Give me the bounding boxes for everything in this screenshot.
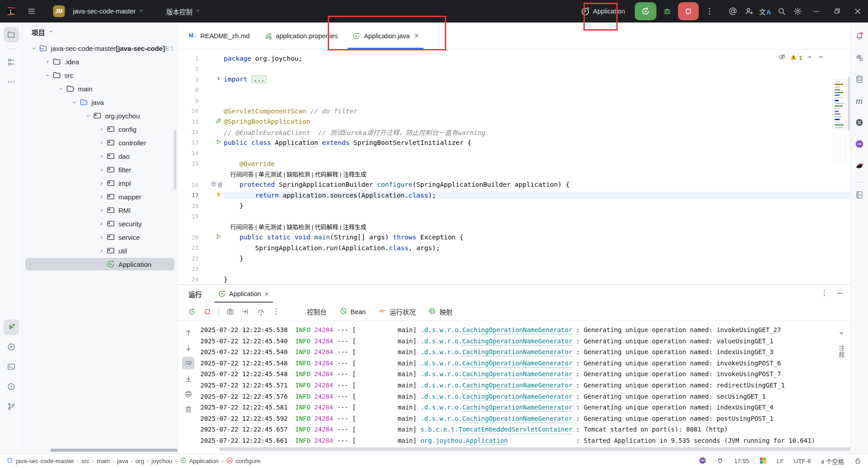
- breadcrumb-joychou[interactable]: joychou: [151, 458, 172, 464]
- tree-chevron-right-icon[interactable]: [96, 138, 106, 148]
- console-tab-运行状况[interactable]: 运行状况: [372, 303, 422, 320]
- print-icon[interactable]: [182, 387, 194, 400]
- log-logger-link[interactable]: CachingOperationNameGenerator: [462, 348, 572, 356]
- line-number[interactable]: 24: [178, 276, 199, 283]
- tree-item-org-joychou[interactable]: org.joychou: [23, 109, 177, 122]
- tool-stripe-ai-assistant-icon[interactable]: [852, 50, 867, 65]
- tree-item--idea[interactable]: .idea: [23, 55, 177, 68]
- tree-item-src[interactable]: src: [23, 68, 177, 82]
- user-plus-icon[interactable]: [741, 4, 757, 19]
- tool-stripe-services-icon[interactable]: [4, 339, 19, 355]
- minimize-icon[interactable]: [806, 0, 827, 22]
- project-selector[interactable]: java-sec-code-master: [69, 5, 148, 18]
- tool-stripe-run-active-icon[interactable]: [4, 320, 19, 335]
- gear-icon[interactable]: [790, 4, 806, 19]
- file-encoding[interactable]: UTF-8: [794, 458, 811, 464]
- tool-stripe-git-branch-icon[interactable]: [4, 399, 19, 414]
- tree-chevron-right-icon[interactable]: [42, 57, 52, 67]
- more-actions-icon[interactable]: [701, 4, 718, 19]
- console-tab-控制台[interactable]: 控制台: [301, 303, 333, 320]
- tree-item-util[interactable]: util: [23, 244, 177, 257]
- console-tab-bean[interactable]: Bean: [333, 303, 372, 320]
- tree-item-impl[interactable]: impl: [23, 176, 177, 190]
- tree-chevron-down-icon[interactable]: [56, 84, 66, 94]
- line-number[interactable]: 3: [178, 76, 199, 83]
- run-gutter-icon[interactable]: [215, 233, 222, 241]
- line-separator[interactable]: LF: [777, 458, 784, 464]
- tree-item-filter[interactable]: filter: [23, 163, 177, 176]
- arrow-up-icon[interactable]: [182, 326, 194, 339]
- vcs-selector[interactable]: 版本控制: [163, 4, 205, 18]
- breadcrumb-org[interactable]: org: [136, 458, 145, 464]
- tool-stripe-aix-icon[interactable]: AIX: [852, 137, 867, 151]
- tool-stripe-notifications-icon[interactable]: [852, 29, 867, 43]
- editor-minimap[interactable]: [833, 79, 846, 162]
- log-logger-link[interactable]: CachingOperationNameGenerator: [462, 370, 572, 378]
- at-icon[interactable]: [725, 4, 741, 19]
- stop-button[interactable]: [678, 2, 699, 20]
- tree-item-main[interactable]: main: [23, 82, 177, 95]
- breadcrumb-java[interactable]: java: [117, 458, 128, 464]
- arrow-down-icon[interactable]: [182, 342, 194, 354]
- tool-stripe-problems-icon[interactable]: [4, 379, 19, 394]
- kebab-icon[interactable]: [269, 305, 283, 319]
- gauge-icon[interactable]: [254, 305, 267, 319]
- line-number[interactable]: 17: [178, 192, 199, 198]
- breadcrumb-src[interactable]: src: [81, 458, 90, 464]
- tree-chevron-right-icon[interactable]: [96, 178, 106, 188]
- restore-icon[interactable]: [827, 0, 847, 22]
- breadcrumb-main[interactable]: main: [97, 458, 110, 464]
- run-button[interactable]: [635, 2, 656, 20]
- inlay-hint-text[interactable]: 行间问答 | 单元测试 | 缺陷检测 | 代码解释 | 注释生成: [224, 170, 850, 178]
- tool-stripe-terminal-icon[interactable]: [4, 359, 19, 374]
- code-editor[interactable]: 1package org.joychou;23import ...8910@Se…: [178, 50, 850, 284]
- tree-item-security[interactable]: security: [23, 217, 177, 230]
- tree-chevron-right-icon[interactable]: [96, 219, 106, 229]
- editor-vertical-scrollbar[interactable]: [848, 76, 850, 130]
- annotated-gutter-icon[interactable]: @: [218, 181, 222, 188]
- line-number[interactable]: 13: [178, 139, 199, 146]
- line-number[interactable]: 20: [178, 234, 199, 241]
- debug-button[interactable]: [659, 4, 675, 19]
- breadcrumb-java-sec-code-master[interactable]: java-sec-code-master: [6, 457, 74, 465]
- console-side-label[interactable]: 注释: [837, 345, 845, 359]
- tab-application-java[interactable]: Application.java✕: [345, 22, 426, 49]
- tree-chevron-right-icon[interactable]: [96, 192, 106, 202]
- trash-icon[interactable]: [182, 403, 194, 415]
- unlock-icon[interactable]: [854, 457, 862, 466]
- camera-icon[interactable]: [223, 305, 237, 319]
- breadcrumb-application[interactable]: Application: [180, 457, 219, 465]
- reader-mode-icon[interactable]: [778, 53, 786, 62]
- fold-chevron-icon[interactable]: [215, 75, 222, 83]
- line-number[interactable]: 10: [178, 108, 199, 114]
- breadcrumb-configure[interactable]: mconfigure: [226, 457, 261, 465]
- soft-wrap-icon[interactable]: [182, 357, 194, 369]
- inspections-widget[interactable]: 1: [778, 53, 825, 62]
- console-horizontal-scrollbar[interactable]: [219, 447, 850, 451]
- log-logger-link[interactable]: CachingOperationNameGenerator: [462, 326, 572, 333]
- log-logger-link[interactable]: CachingOperationNameGenerator: [462, 360, 572, 367]
- tool-stripe-bird-icon[interactable]: [852, 158, 867, 173]
- stop-icon[interactable]: [200, 305, 214, 319]
- tree-item-java[interactable]: java: [23, 95, 177, 109]
- run-configuration-selector[interactable]: Application: [580, 6, 628, 16]
- editor-inlay-hints[interactable]: 行间问答 | 单元测试 | 缺陷检测 | 代码解释 | 注释生成: [178, 169, 850, 179]
- tree-chevron-right-icon[interactable]: [96, 232, 106, 242]
- search-icon[interactable]: [773, 4, 790, 19]
- line-number[interactable]: 2: [178, 66, 199, 72]
- tool-stripe-project-icon[interactable]: [4, 27, 19, 42]
- next-problem-icon[interactable]: [817, 53, 825, 62]
- tree-item-dao[interactable]: dao: [23, 149, 177, 163]
- power-save-plug-icon[interactable]: [716, 457, 724, 466]
- run-tab-application[interactable]: Application ✕: [213, 285, 274, 303]
- inlay-hint-text[interactable]: 行间问答 | 单元测试 | 缺陷检测 | 代码解释 | 注释生成: [224, 222, 850, 231]
- attach-icon[interactable]: [239, 305, 252, 319]
- console-output[interactable]: 2025-07-22 12:22:45.538 INFO 24284 --- […: [199, 321, 850, 454]
- spring-bean-gutter-icon[interactable]: [215, 117, 222, 126]
- tree-item-application[interactable]: Application: [23, 257, 177, 271]
- aix-plugin-icon[interactable]: AIX: [699, 457, 706, 466]
- tool-stripe-more-icon[interactable]: [4, 74, 19, 90]
- tree-chevron-down-icon[interactable]: [42, 70, 52, 80]
- warning-icon[interactable]: [790, 53, 797, 62]
- line-number[interactable]: 12: [178, 129, 199, 135]
